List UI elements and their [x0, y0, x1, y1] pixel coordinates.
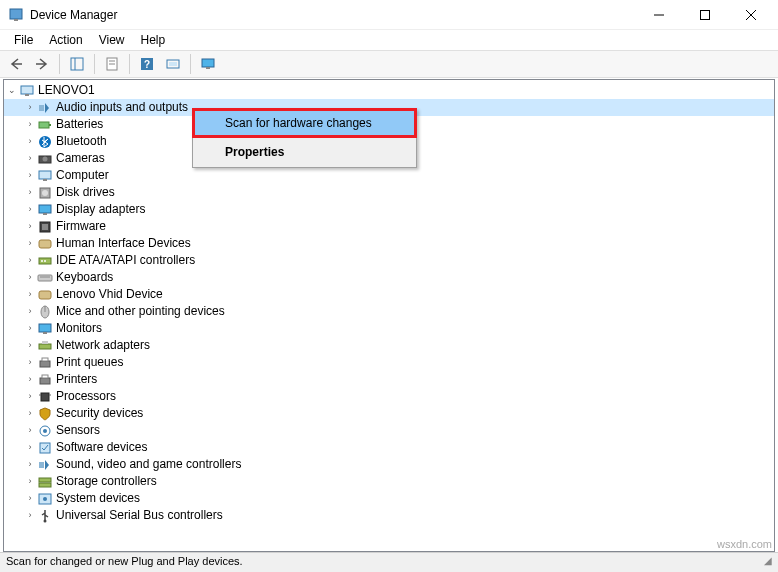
- svg-point-61: [44, 519, 47, 522]
- expand-icon[interactable]: ›: [24, 99, 36, 116]
- expand-icon[interactable]: ›: [24, 235, 36, 252]
- svg-point-28: [42, 190, 48, 196]
- tree-item[interactable]: ›Monitors: [4, 320, 774, 337]
- tree-item[interactable]: ›Print queues: [4, 354, 774, 371]
- menu-help[interactable]: Help: [133, 31, 174, 49]
- tree-item[interactable]: ›Security devices: [4, 405, 774, 422]
- collapse-icon[interactable]: ⌄: [6, 82, 18, 99]
- disk-icon: [37, 185, 53, 201]
- expand-icon[interactable]: ›: [24, 184, 36, 201]
- tree-item[interactable]: ›Firmware: [4, 218, 774, 235]
- expand-icon[interactable]: ›: [24, 405, 36, 422]
- tree-item[interactable]: ›Printers: [4, 371, 774, 388]
- svg-rect-26: [43, 179, 47, 181]
- expand-icon[interactable]: ›: [24, 439, 36, 456]
- help-button[interactable]: ?: [135, 53, 159, 75]
- svg-rect-58: [39, 483, 51, 487]
- tree-item[interactable]: ›Display adapters: [4, 201, 774, 218]
- arrow-left-icon: [9, 57, 23, 71]
- expand-icon[interactable]: ›: [24, 116, 36, 133]
- tree-item[interactable]: ›Lenovo Vhid Device: [4, 286, 774, 303]
- properties-button[interactable]: [100, 53, 124, 75]
- expand-icon[interactable]: ›: [24, 201, 36, 218]
- tree-item[interactable]: ›Computer: [4, 167, 774, 184]
- svg-rect-44: [39, 344, 51, 349]
- svg-text:?: ?: [144, 59, 150, 70]
- svg-point-54: [43, 429, 47, 433]
- expand-icon[interactable]: ›: [24, 473, 36, 490]
- expand-icon[interactable]: ›: [24, 507, 36, 524]
- tree-item[interactable]: ›Processors: [4, 388, 774, 405]
- tree-item[interactable]: ›Human Interface Devices: [4, 235, 774, 252]
- tree-item-label: Mice and other pointing devices: [56, 303, 225, 320]
- svg-rect-30: [43, 213, 47, 215]
- expand-icon[interactable]: ›: [24, 286, 36, 303]
- tree-item[interactable]: ›Sensors: [4, 422, 774, 439]
- resize-grip[interactable]: ◢: [764, 555, 772, 570]
- expand-icon[interactable]: ›: [24, 354, 36, 371]
- svg-point-60: [43, 497, 47, 501]
- tree-item-label: Universal Serial Bus controllers: [56, 507, 223, 524]
- separator: [59, 54, 60, 74]
- svg-rect-48: [40, 378, 50, 384]
- back-button[interactable]: [4, 53, 28, 75]
- expand-icon[interactable]: ›: [24, 371, 36, 388]
- tree-item[interactable]: ›Sound, video and game controllers: [4, 456, 774, 473]
- tree-item[interactable]: ›Software devices: [4, 439, 774, 456]
- tree-item[interactable]: ›System devices: [4, 490, 774, 507]
- show-hide-tree-button[interactable]: [65, 53, 89, 75]
- tree-item[interactable]: ›Universal Serial Bus controllers: [4, 507, 774, 524]
- statusbar: Scan for changed or new Plug and Play de…: [0, 552, 778, 572]
- tree-item[interactable]: ›Disk drives: [4, 184, 774, 201]
- software-icon: [37, 440, 53, 456]
- svg-rect-50: [41, 393, 49, 401]
- minimize-button[interactable]: [636, 0, 682, 30]
- svg-rect-18: [25, 94, 29, 96]
- separator: [94, 54, 95, 74]
- monitor-icon: [37, 321, 53, 337]
- svg-rect-47: [42, 358, 48, 361]
- expand-icon[interactable]: ›: [24, 303, 36, 320]
- expand-icon[interactable]: ›: [24, 388, 36, 405]
- svg-rect-46: [40, 361, 50, 367]
- ctx-properties[interactable]: Properties: [193, 137, 416, 167]
- maximize-button[interactable]: [682, 0, 728, 30]
- expand-icon[interactable]: ›: [24, 422, 36, 439]
- expand-icon[interactable]: ›: [24, 167, 36, 184]
- svg-rect-14: [169, 62, 177, 66]
- ctx-scan-hardware[interactable]: Scan for hardware changes: [192, 108, 417, 138]
- menu-action[interactable]: Action: [41, 31, 90, 49]
- tree-item-label: Display adapters: [56, 201, 145, 218]
- expand-icon[interactable]: ›: [24, 133, 36, 150]
- svg-rect-32: [42, 224, 48, 230]
- expand-icon[interactable]: ›: [24, 150, 36, 167]
- expand-icon[interactable]: ›: [24, 456, 36, 473]
- menu-view[interactable]: View: [91, 31, 133, 49]
- tree-root[interactable]: ⌄ LENOVO1: [4, 82, 774, 99]
- tree-item[interactable]: ›Network adapters: [4, 337, 774, 354]
- close-button[interactable]: [728, 0, 774, 30]
- menu-file[interactable]: File: [6, 31, 41, 49]
- ctx-scan-label: Scan for hardware changes: [225, 116, 372, 130]
- expand-icon[interactable]: ›: [24, 252, 36, 269]
- svg-rect-42: [39, 324, 51, 332]
- monitor-button[interactable]: [196, 53, 220, 75]
- printer-icon: [37, 355, 53, 371]
- tree-item-label: Monitors: [56, 320, 102, 337]
- arrow-right-icon: [35, 57, 49, 71]
- app-icon: [8, 7, 24, 23]
- scan-hardware-button[interactable]: [161, 53, 185, 75]
- expand-icon[interactable]: ›: [24, 490, 36, 507]
- expand-icon[interactable]: ›: [24, 269, 36, 286]
- tree-item[interactable]: ›Storage controllers: [4, 473, 774, 490]
- expand-icon[interactable]: ›: [24, 337, 36, 354]
- expand-icon[interactable]: ›: [24, 218, 36, 235]
- bluetooth-icon: [37, 134, 53, 150]
- menubar: File Action View Help: [0, 30, 778, 50]
- tree-item[interactable]: ›Mice and other pointing devices: [4, 303, 774, 320]
- forward-button[interactable]: [30, 53, 54, 75]
- tree-item[interactable]: ›IDE ATA/ATAPI controllers: [4, 252, 774, 269]
- tree-item[interactable]: ›Keyboards: [4, 269, 774, 286]
- svg-rect-45: [42, 341, 48, 344]
- expand-icon[interactable]: ›: [24, 320, 36, 337]
